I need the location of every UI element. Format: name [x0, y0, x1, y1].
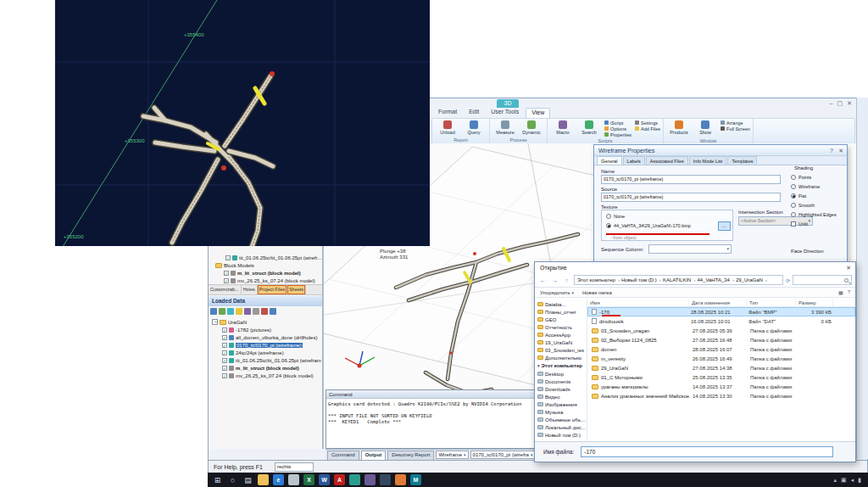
panel-tab[interactable]: Holes	[242, 285, 258, 294]
dialog-tab[interactable]: Info Mode List	[689, 156, 727, 165]
sidebar-folder-item[interactable]: AccessApp	[537, 331, 587, 339]
panel-tool-icon[interactable]	[227, 308, 234, 315]
sidebar-pc-item[interactable]: Изображения	[537, 400, 587, 408]
taskbar-icon[interactable]: ▤	[242, 474, 253, 485]
tray-icon[interactable]: ▴	[833, 477, 837, 484]
taskbar-icon[interactable]: X	[303, 474, 314, 485]
tree-item[interactable]: ✓ tit_01.06.25tc/tit_01.06.25pt (wirefra…	[210, 356, 321, 364]
panel-tool-icon[interactable]	[236, 308, 242, 315]
sidebar-folder-item[interactable]: Дополнительно	[537, 354, 587, 361]
dialog-tab[interactable]: Labels	[623, 156, 645, 165]
taskbar-icon[interactable]: W	[319, 474, 330, 485]
taskbar-icon[interactable]: M	[410, 474, 421, 485]
tree-item[interactable]: Block Models	[210, 261, 321, 269]
tree-checkbox[interactable]: ✓	[222, 358, 227, 363]
ribbon-tab[interactable]: Edit	[464, 108, 484, 118]
close-icon[interactable]: ✕	[846, 262, 851, 273]
taskbar-icon[interactable]	[288, 474, 299, 485]
dialog-tab[interactable]: Templates	[727, 156, 757, 165]
sidebar-pc-item[interactable]: Музыка	[537, 408, 587, 416]
ribbon-button[interactable]: Dynamic	[519, 120, 544, 135]
file-row[interactable]: -170 28.08.2025 10:21 Файл "BMP" 3 390 К…	[587, 307, 855, 316]
column-header[interactable]: Тип	[747, 299, 796, 307]
breadcrumb-item[interactable]: Этот компьютер	[576, 277, 620, 283]
refresh-icon[interactable]: ⟳	[786, 277, 790, 283]
close-icon[interactable]: ✕	[838, 145, 843, 156]
ribbon-small-button[interactable]: Arrange	[721, 120, 750, 126]
ribbon-button[interactable]: Show	[693, 120, 718, 135]
organize-button[interactable]: Упорядочить ▾	[540, 290, 574, 295]
display-type-dropdown[interactable]: Wireframe ▾	[436, 451, 468, 459]
sidebar-pc-item[interactable]: Desktop	[537, 370, 587, 378]
breadcrumb-item[interactable]: Новый том (D:)	[620, 277, 662, 283]
texture-file-option[interactable]: 44_VaHTA_34\29_UraGaN\-170.bmp	[606, 223, 691, 228]
tree-item[interactable]: ✓ m_lit_struct (block model)	[210, 269, 321, 277]
output-tab[interactable]: Desurvey Report	[387, 451, 434, 460]
ribbon-small-button[interactable]: Properties	[604, 132, 632, 137]
file-row[interactable]: 03_Snowden_uragan 27.08.2025 05:39 Папка…	[587, 326, 855, 335]
sidebar-pc-item[interactable]: Documents	[537, 378, 587, 385]
tree-checkbox[interactable]: ✓	[222, 373, 227, 378]
tree-checkbox[interactable]: ✓	[225, 255, 231, 260]
sidebar-pc-item[interactable]: Видео	[537, 393, 587, 400]
file-row[interactable]: domen 28.08.2025 16:07 Папка с файлами	[587, 344, 855, 354]
source-field[interactable]: 0170_tc/0170_pt (wireframe)	[601, 193, 781, 202]
tree-checkbox[interactable]: ✓	[222, 366, 227, 371]
ribbon-tab[interactable]: Format	[433, 108, 462, 118]
ribbon-small-button[interactable]: iScript	[604, 120, 632, 126]
shading-option[interactable]: Points	[791, 172, 847, 182]
forward-button[interactable]: →	[550, 276, 559, 285]
taskbar-icon[interactable]	[380, 474, 391, 485]
sidebar-pc-item[interactable]: Объемные объ...	[537, 416, 587, 423]
taskbar-icon[interactable]	[364, 474, 376, 485]
file-row[interactable]: ураганы материалы 14.08.2025 13:37 Папка…	[587, 382, 855, 391]
maximize-button[interactable]: ▢	[837, 99, 843, 108]
output-tab[interactable]: Output	[361, 451, 387, 460]
output-tab[interactable]: Command	[327, 451, 359, 460]
panel-tool-icon[interactable]	[244, 308, 251, 315]
close-button[interactable]: ✕	[847, 99, 852, 108]
file-row[interactable]: dinobuusik 16.08.2025 10:01 Файл "DAT" 0…	[587, 316, 855, 326]
browse-button[interactable]: ...	[718, 221, 731, 231]
dialog-titlebar[interactable]: Wireframe Properties ? ✕	[594, 145, 847, 156]
file-row[interactable]: 01_C Моторными 25.08.2025 13:35 Папка с …	[587, 372, 855, 382]
context-tab-3d[interactable]: 3D	[497, 99, 519, 108]
ribbon-small-button[interactable]: Add Files	[635, 126, 660, 132]
panel-tool-icon[interactable]	[219, 308, 225, 315]
tree-item[interactable]: ✓ m_lit_struct (block model)	[210, 364, 321, 372]
column-header[interactable]: Дата изменения	[689, 299, 747, 307]
tree-item[interactable]: ✓ mv_26.25_ks_07.24 (block model)	[210, 277, 321, 284]
panel-tab[interactable]: Customizab...	[209, 285, 242, 294]
sidebar-folder-item[interactable]: GEO	[537, 316, 587, 323]
panel-tool-icon[interactable]	[253, 308, 259, 315]
tree-checkbox[interactable]: ✓	[222, 335, 227, 340]
tree-checkbox[interactable]: ✓	[222, 343, 227, 348]
sidebar-pc-item[interactable]: Локальный дис...	[537, 423, 587, 431]
up-button[interactable]: ↑	[562, 276, 571, 285]
tree-expander-icon[interactable]	[212, 319, 218, 325]
tree-item[interactable]: ✓ tit_01.06.25tc/tit_01.06.25pt (wirefr.…	[210, 254, 321, 261]
ribbon-small-button[interactable]: Full Screen	[721, 126, 750, 132]
view-options-icon[interactable]: ▦	[838, 289, 843, 295]
shading-option[interactable]: Smooth	[791, 200, 847, 210]
column-header[interactable]: Размер	[796, 299, 833, 307]
tray-icon[interactable]: ▣	[841, 477, 847, 484]
taskbar-icon[interactable]	[349, 474, 360, 485]
taskbar-icon[interactable]: ○	[227, 474, 238, 485]
sidebar-pc-item[interactable]: Downloads	[537, 385, 587, 393]
ribbon-button[interactable]: Query	[461, 120, 487, 135]
ribbon-small-button[interactable]: Settings	[635, 120, 660, 126]
taskbar-icon[interactable]: ⊞	[212, 474, 223, 485]
sidebar-folder-item[interactable]: 19_UraGaN	[537, 339, 587, 346]
file-row[interactable]: 02_Выборки 1124_0825 27.08.2025 16:48 Па…	[587, 335, 855, 344]
texture-none-option[interactable]: None	[606, 214, 625, 219]
unlit-checkbox[interactable]: Unlit	[791, 221, 808, 227]
back-button[interactable]: ←	[538, 276, 548, 285]
ribbon-button[interactable]: Search	[576, 120, 602, 135]
search-box[interactable]	[793, 275, 852, 285]
ribbon-button[interactable]: Measure	[492, 120, 518, 135]
sidebar-this-pc[interactable]: ▾ Этот компьютер	[537, 361, 587, 370]
section-viewport[interactable]: +355400 +355300 +355200	[55, 0, 430, 246]
sidebar-folder-item[interactable]: Планы_отчет	[537, 308, 587, 316]
dialog-titlebar[interactable]: Открытие ✕	[535, 262, 855, 273]
